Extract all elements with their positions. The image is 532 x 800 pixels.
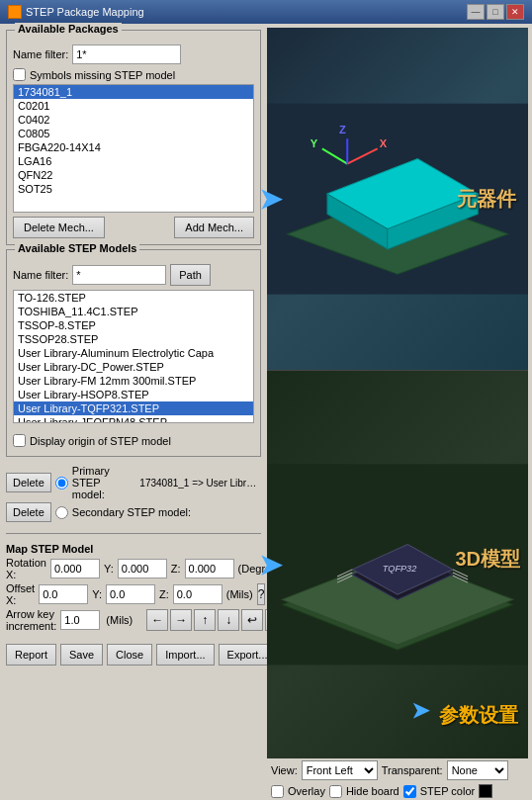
secondary-model-label: Secondary STEP model: — [72, 506, 191, 518]
report-button[interactable]: Report — [6, 644, 56, 666]
nav-undo-button[interactable]: ↩ — [241, 609, 263, 631]
list-item[interactable]: User Library-JEQFPN48.STEP — [14, 415, 253, 423]
packages-group-title: Available Packages — [15, 23, 122, 35]
model-filter-input[interactable] — [72, 265, 166, 285]
delete-secondary-button[interactable]: Delete — [6, 502, 51, 522]
arrow-key-input[interactable] — [60, 610, 100, 630]
rotation-x-label: Rotation X: — [6, 557, 46, 580]
nav-right-button[interactable]: → — [170, 609, 192, 631]
list-item[interactable]: TOSHIBA_11.4C1.STEP — [14, 305, 253, 318]
offset-z-label: Z: — [159, 588, 169, 600]
model-filter-label: Name filter: — [13, 269, 68, 281]
offset-z-input[interactable] — [173, 584, 222, 604]
pkg-filter-input[interactable] — [72, 44, 181, 64]
list-item[interactable]: User Library-TQFP321.STEP — [14, 401, 253, 415]
offset-x-label: Offset X: — [6, 582, 35, 606]
nav-down-button[interactable]: ↓ — [218, 609, 239, 631]
offset-y-label: Y: — [92, 588, 102, 600]
offset-x-input[interactable] — [39, 584, 88, 604]
add-mech-button[interactable]: Add Mech... — [174, 217, 254, 238]
app-icon — [8, 5, 22, 19]
model-label-cn: 3D模型 — [455, 546, 520, 573]
step-models-list[interactable]: TO-126.STEP TOSHIBA_11.4C1.STEP TSSOP-8.… — [13, 290, 254, 423]
list-item[interactable]: User Library-HSOP8.STEP — [14, 388, 253, 401]
list-item[interactable]: FBGA220-14X14 — [14, 140, 253, 154]
list-item[interactable]: TSSOP28.STEP — [14, 332, 253, 346]
svg-text:Z: Z — [339, 124, 346, 135]
nav-left-button[interactable]: ← — [146, 609, 168, 631]
save-button[interactable]: Save — [60, 644, 103, 666]
delete-mech-button[interactable]: Delete Mech... — [13, 217, 105, 238]
primary-radio[interactable] — [55, 477, 68, 489]
close-dialog-button[interactable]: Close — [107, 644, 152, 666]
bottom-viewer: TQFP32 ➤ 3D模型 参数设置 ➤ — [267, 371, 528, 758]
list-item[interactable]: TSSOP-8.STEP — [14, 318, 253, 332]
offset-y-input[interactable] — [106, 584, 155, 604]
display-origin-checkbox[interactable] — [13, 434, 26, 447]
list-item[interactable]: User Library-FM 12mm 300mil.STEP — [14, 374, 253, 388]
list-item[interactable]: C0402 — [14, 113, 253, 127]
display-origin-label: Display origin of STEP model — [30, 435, 171, 447]
list-item[interactable]: C0805 — [14, 127, 253, 140]
controls-bar: View: Front Left Front Right Back Left T… — [267, 758, 528, 782]
list-item[interactable]: 1734081_1 — [14, 85, 253, 99]
overlay-label: Overlay — [288, 785, 325, 797]
top-viewer: X Y Z ➤ 元器件 — [267, 28, 528, 371]
list-item[interactable]: User Library-DC_Power.STEP — [14, 360, 253, 374]
rotation-y-label: Y: — [104, 563, 114, 575]
window-title: STEP Package Mapping — [26, 6, 144, 18]
step-models-group-title: Available STEP Models — [15, 242, 139, 254]
map-step-title: Map STEP Model — [6, 543, 261, 555]
component-label-cn: 元器件 — [457, 186, 516, 213]
help-offset-button[interactable]: ? — [257, 583, 266, 605]
minimize-button[interactable]: — — [467, 4, 485, 20]
hide-board-label: Hide board — [346, 785, 399, 797]
import-button[interactable]: Import... — [156, 644, 214, 666]
view-label: View: — [271, 764, 298, 776]
step-color-checkbox[interactable] — [403, 785, 416, 798]
packages-list[interactable]: 1734081_1 C0201 C0402 C0805 FBGA220-14X1… — [13, 84, 254, 213]
missing-step-label: Symbols missing STEP model — [30, 69, 175, 81]
svg-text:Y: Y — [310, 137, 318, 149]
transparent-select[interactable]: None Low Medium High — [447, 760, 508, 780]
nav-up-button[interactable]: ↑ — [194, 609, 216, 631]
primary-model-value: 1734081_1 => User Library-TQFP32-1.STEP — [139, 478, 261, 489]
arrow-key-label: Arrow key increment: — [6, 608, 56, 632]
param-label-cn: 参数设置 — [439, 702, 518, 729]
step-color-swatch[interactable] — [479, 784, 492, 798]
secondary-radio[interactable] — [55, 506, 68, 519]
maximize-button[interactable]: □ — [487, 4, 504, 20]
rotation-z-input[interactable] — [185, 559, 234, 578]
primary-model-label: Primary STEP model: — [72, 465, 136, 500]
delete-primary-button[interactable]: Delete — [6, 473, 51, 492]
path-button[interactable]: Path — [170, 264, 211, 286]
pkg-filter-label: Name filter: — [13, 48, 68, 60]
title-bar: STEP Package Mapping — □ ✕ — [0, 0, 532, 24]
offset-unit: (Mils) — [226, 588, 253, 600]
list-item[interactable]: QFN22 — [14, 168, 253, 182]
view-select[interactable]: Front Left Front Right Back Left Top — [302, 760, 378, 780]
list-item[interactable]: SOT25 — [14, 182, 253, 196]
rotation-y-input[interactable] — [118, 559, 167, 578]
close-button[interactable]: ✕ — [506, 4, 524, 20]
hide-board-checkbox[interactable] — [329, 785, 342, 798]
arrow-key-unit: (Mils) — [106, 614, 133, 626]
list-item[interactable]: LGA16 — [14, 154, 253, 168]
list-item[interactable]: C0201 — [14, 99, 253, 113]
list-item[interactable]: User Library-Aluminum Electrolytic Capa — [14, 346, 253, 360]
rotation-x-input[interactable] — [50, 559, 100, 578]
step-color-label: STEP color — [420, 785, 475, 797]
missing-step-checkbox[interactable] — [13, 68, 26, 81]
svg-text:X: X — [380, 137, 388, 149]
list-item[interactable]: TO-126.STEP — [14, 291, 253, 305]
rotation-z-label: Z: — [171, 563, 181, 575]
svg-text:TQFP32: TQFP32 — [383, 564, 416, 574]
transparent-label: Transparent: — [382, 764, 443, 776]
overlay-checkbox[interactable] — [271, 785, 284, 798]
